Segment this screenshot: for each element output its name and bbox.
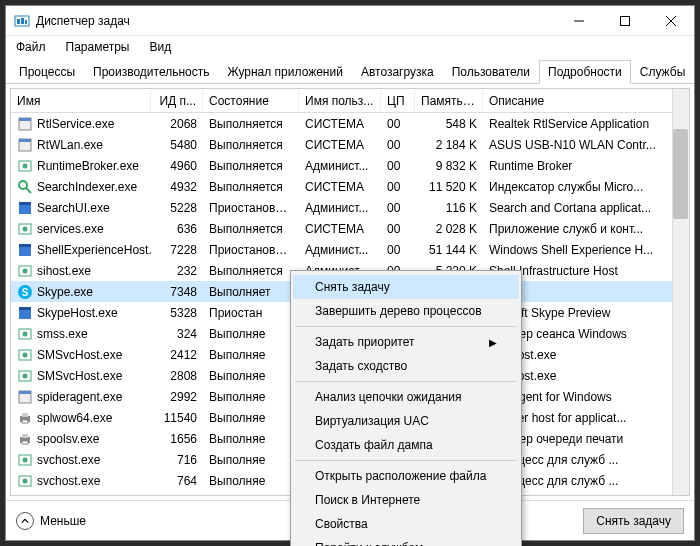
process-icon <box>17 473 33 489</box>
col-desc[interactable]: Описание <box>483 90 689 112</box>
window-title: Диспетчер задач <box>36 14 556 28</box>
process-icon <box>17 452 33 468</box>
process-icon: S <box>17 284 33 300</box>
process-pid: 2068 <box>151 115 203 133</box>
fewer-details-button[interactable]: Меньше <box>16 512 86 530</box>
tab-details[interactable]: Подробности <box>539 60 631 84</box>
table-row[interactable]: ShellExperienceHost...7228Приостановле..… <box>11 239 689 260</box>
context-menu-label: Задать сходство <box>315 359 407 373</box>
table-row[interactable]: RtlService.exe2068ВыполняетсяСИСТЕМА0054… <box>11 113 689 134</box>
context-menu-item[interactable]: Задать сходство <box>293 354 519 378</box>
context-menu-item[interactable]: Поиск в Интернете <box>293 488 519 512</box>
process-pid: 4960 <box>151 157 203 175</box>
table-header: Имя ИД п... Состояние Имя польз... ЦП Па… <box>11 89 689 113</box>
svg-rect-38 <box>22 420 28 423</box>
context-menu-item[interactable]: Перейти к службам <box>293 536 519 546</box>
process-pid: 5480 <box>151 136 203 154</box>
end-task-button[interactable]: Снять задачу <box>583 508 684 534</box>
context-menu-label: Снять задачу <box>315 280 390 294</box>
tab-processes[interactable]: Процессы <box>10 60 84 84</box>
process-mem: 9 832 K <box>415 157 483 175</box>
context-menu-item[interactable]: Завершить дерево процессов <box>293 299 519 323</box>
process-icon <box>17 305 33 321</box>
svg-rect-9 <box>19 118 31 121</box>
scrollbar-track[interactable] <box>672 89 689 495</box>
process-mem: 116 K <box>415 199 483 217</box>
process-state: Выполняе <box>203 451 299 469</box>
menu-view[interactable]: Вид <box>145 38 175 56</box>
chevron-right-icon: ▶ <box>489 337 497 348</box>
maximize-button[interactable] <box>602 6 648 36</box>
context-menu-label: Создать файл дампа <box>315 438 433 452</box>
svg-rect-3 <box>25 20 27 24</box>
context-menu-item[interactable]: Создать файл дампа <box>293 433 519 457</box>
col-name[interactable]: Имя <box>11 90 151 112</box>
process-pid: 324 <box>151 325 203 343</box>
table-row[interactable]: services.exe636ВыполняетсяСИСТЕМА002 028… <box>11 218 689 239</box>
svg-rect-11 <box>19 139 31 142</box>
process-user: СИСТЕМА <box>299 220 381 238</box>
context-menu-item[interactable]: Виртуализация UAC <box>293 409 519 433</box>
menu-file[interactable]: Файл <box>12 38 50 56</box>
context-menu-item[interactable]: Свойства <box>293 512 519 536</box>
table-row[interactable]: RtWLan.exe5480ВыполняетсяСИСТЕМА002 184 … <box>11 134 689 155</box>
process-icon <box>17 347 33 363</box>
col-pid[interactable]: ИД п... <box>151 90 203 112</box>
process-icon <box>17 368 33 384</box>
process-state: Выполняется <box>203 178 299 196</box>
process-state: Выполняе <box>203 493 299 496</box>
process-name: SkypeHost.exe <box>37 306 118 320</box>
chevron-up-icon <box>16 512 34 530</box>
context-menu-item[interactable]: Задать приоритет▶ <box>293 330 519 354</box>
close-button[interactable] <box>648 6 694 36</box>
process-name: svchost.exe <box>37 453 100 467</box>
context-menu-label: Перейти к службам <box>315 541 423 546</box>
tab-startup[interactable]: Автозагрузка <box>352 60 443 84</box>
minimize-button[interactable] <box>556 6 602 36</box>
col-user[interactable]: Имя польз... <box>299 90 381 112</box>
process-pid: 716 <box>151 451 203 469</box>
process-name: spoolsv.exe <box>37 432 99 446</box>
col-mem[interactable]: Память (ч... <box>415 90 483 112</box>
process-mem: 2 028 K <box>415 220 483 238</box>
context-menu-item[interactable]: Анализ цепочки ожидания <box>293 385 519 409</box>
process-user: СИСТЕМА <box>299 178 381 196</box>
process-state: Выполняе <box>203 325 299 343</box>
scrollbar-thumb[interactable] <box>673 129 688 219</box>
process-state: Выполняется <box>203 262 299 280</box>
col-state[interactable]: Состояние <box>203 90 299 112</box>
context-menu-label: Поиск в Интернете <box>315 493 420 507</box>
process-name: sihost.exe <box>37 264 91 278</box>
process-icon <box>17 137 33 153</box>
svg-point-23 <box>23 268 28 273</box>
tab-performance[interactable]: Производительность <box>84 60 218 84</box>
process-user: Админист... <box>299 241 381 259</box>
tab-services[interactable]: Службы <box>631 60 694 84</box>
table-row[interactable]: SearchUI.exe5228Приостановле...Админист.… <box>11 197 689 218</box>
context-menu-item[interactable]: Снять задачу <box>293 275 519 299</box>
process-icon <box>17 494 33 496</box>
col-cpu[interactable]: ЦП <box>381 90 415 112</box>
process-state: Выполняе <box>203 430 299 448</box>
svg-rect-40 <box>22 434 28 438</box>
process-state: Приостановле... <box>203 199 299 217</box>
menu-options[interactable]: Параметры <box>62 38 134 56</box>
process-state: Выполняется <box>203 136 299 154</box>
process-pid: 232 <box>151 262 203 280</box>
svg-text:S: S <box>22 287 29 298</box>
process-name: smss.exe <box>37 327 88 341</box>
context-menu-label: Задать приоритет <box>315 335 414 349</box>
process-state: Приостан <box>203 304 299 322</box>
table-row[interactable]: SearchIndexer.exe4932ВыполняетсяСИСТЕМА0… <box>11 176 689 197</box>
context-menu-item[interactable]: Открыть расположение файла <box>293 464 519 488</box>
svg-rect-27 <box>19 307 31 310</box>
svg-rect-41 <box>22 441 28 444</box>
tab-users[interactable]: Пользователи <box>443 60 539 84</box>
process-state: Выполняе <box>203 409 299 427</box>
tab-app-history[interactable]: Журнал приложений <box>219 60 352 84</box>
svg-rect-37 <box>22 413 28 417</box>
process-name: svchost.exe <box>37 474 100 488</box>
context-menu-separator <box>295 326 517 327</box>
table-row[interactable]: RuntimeBroker.exe4960ВыполняетсяАдминист… <box>11 155 689 176</box>
context-menu: Снять задачуЗавершить дерево процессовЗа… <box>290 270 522 546</box>
